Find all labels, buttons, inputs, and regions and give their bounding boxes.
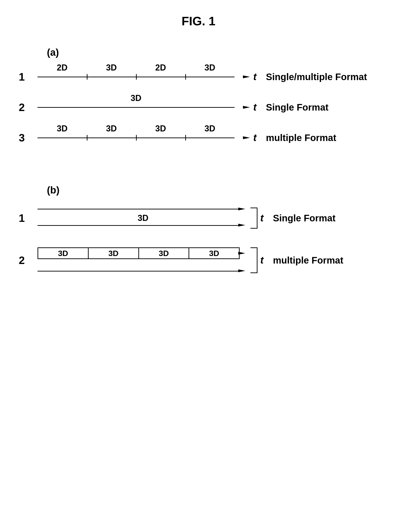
format-label-b1: Single Format xyxy=(273,213,335,224)
format-label-a3: multiple Format xyxy=(266,133,336,143)
t-label-a1: t xyxy=(253,71,257,82)
format-label-a1: Single/multiple Format xyxy=(266,72,367,82)
section-a-label: (a) xyxy=(47,47,378,58)
arrow-bottom-b1 xyxy=(238,223,245,227)
svg-marker-2 xyxy=(243,136,250,139)
row-number-b2: 2 xyxy=(19,254,37,266)
seg-label-a3-2: 3D xyxy=(106,124,117,133)
bottom-line-b1 xyxy=(37,225,240,226)
parallel-lines-b1: 3D xyxy=(37,208,248,229)
row-number-a3: 3 xyxy=(19,131,37,144)
svg-marker-1 xyxy=(243,106,250,109)
arrow-a2 xyxy=(243,105,250,110)
top-box-row-b2: 3D 3D 3D 3D xyxy=(37,247,240,259)
svg-marker-6 xyxy=(238,269,245,272)
svg-marker-5 xyxy=(238,252,245,255)
arrow-top-b2 xyxy=(238,251,245,256)
row-number-a1: 1 xyxy=(19,71,37,83)
tick-a1-1 xyxy=(87,74,87,80)
section-b-row-1: 1 3D t Single Format xyxy=(19,208,378,229)
tick-a3-2 xyxy=(136,135,137,140)
timeline-a3: 3D 3D 3D 3D xyxy=(37,131,248,145)
timeline-a2: 3D xyxy=(37,100,248,114)
svg-marker-0 xyxy=(243,75,250,78)
row-number-b1: 1 xyxy=(19,212,37,224)
seg-label-a1-3: 2D xyxy=(155,63,166,73)
top-line-b1 xyxy=(37,209,240,209)
t-label-a2: t xyxy=(253,102,257,113)
seg-label-b1: 3D xyxy=(138,213,149,223)
figure-title: FIG. 1 xyxy=(19,14,378,28)
section-a-row-1: 1 2D 3D 2D 3D t Single/multiple Format xyxy=(19,70,378,84)
seg-label-a1-2: 3D xyxy=(106,63,117,73)
page: FIG. 1 (a) 1 2D 3D 2D 3D t Single/multip… xyxy=(0,0,397,532)
seg-label-a3-1: 3D xyxy=(57,124,68,133)
bottom-line-b2 xyxy=(37,271,240,272)
tick-a1-2 xyxy=(136,74,137,80)
t-label-b1: t xyxy=(260,212,264,224)
row-number-a2: 2 xyxy=(19,101,37,114)
t-label-a3: t xyxy=(253,132,257,143)
box-b2-top-2: 3D xyxy=(89,247,139,259)
svg-marker-4 xyxy=(238,224,245,227)
seg-label-a2-1: 3D xyxy=(131,93,141,103)
bracket-b1 xyxy=(250,208,257,229)
timeline-a1: 2D 3D 2D 3D xyxy=(37,70,248,84)
t-label-b2: t xyxy=(260,255,264,266)
format-label-b2: multiple Format xyxy=(273,255,343,266)
arrow-bottom-b2 xyxy=(238,268,245,273)
tick-a3-3 xyxy=(185,135,186,140)
section-b-row-2: 2 3D 3D 3D 3D t multiple Format xyxy=(19,247,378,273)
bracket-b2 xyxy=(250,247,257,273)
format-label-a2: Single Format xyxy=(266,102,329,113)
seg-label-a3-3: 3D xyxy=(155,124,166,133)
arrow-top-b1 xyxy=(238,207,245,211)
seg-label-a1-1: 2D xyxy=(57,63,68,73)
tick-a1-3 xyxy=(185,74,186,80)
arrow-a1 xyxy=(243,74,250,79)
arrow-a3 xyxy=(243,135,250,140)
section-a-row-2: 2 3D t Single Format xyxy=(19,100,378,114)
tick-a3-1 xyxy=(87,135,87,140)
section-a-row-3: 3 3D 3D 3D 3D t multiple Format xyxy=(19,131,378,145)
seg-label-a3-4: 3D xyxy=(205,124,215,133)
box-b2-top-4: 3D xyxy=(189,247,240,259)
seg-label-a1-4: 3D xyxy=(205,63,215,73)
timeline-line-a2 xyxy=(37,107,235,108)
section-b-label: (b) xyxy=(47,185,378,196)
box-b2-top-1: 3D xyxy=(37,247,89,259)
section-gap xyxy=(19,161,378,185)
box-b2-top-3: 3D xyxy=(139,247,189,259)
svg-marker-3 xyxy=(238,208,245,210)
box-double-b2: 3D 3D 3D 3D xyxy=(37,247,248,273)
